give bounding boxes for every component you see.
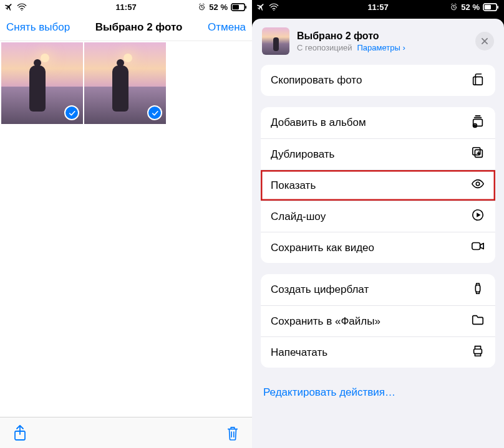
folder-icon <box>470 313 485 330</box>
action-group: Создать циферблатСохранить в «Файлы»Напе… <box>261 274 495 368</box>
wifi-icon <box>17 3 27 11</box>
action-label: Слайд-шоу <box>271 211 326 223</box>
alarm-icon <box>198 3 206 11</box>
action-label: Напечатать <box>271 346 327 359</box>
action-label: Скопировать фото <box>271 74 362 87</box>
play-circle-icon <box>470 208 485 225</box>
action-album-add[interactable]: Добавить в альбом <box>261 107 495 138</box>
navbar: Снять выбор Выбрано 2 фото Отмена <box>0 14 252 41</box>
cancel-button[interactable]: Отмена <box>208 21 246 34</box>
svg-rect-3 <box>233 4 239 9</box>
watch-icon <box>470 282 485 298</box>
action-eye[interactable]: Показать <box>261 169 495 201</box>
svg-point-0 <box>21 10 22 11</box>
action-duplicate[interactable]: Дублировать <box>261 138 495 169</box>
trash-button[interactable] <box>226 425 240 441</box>
airplane-icon <box>257 2 266 11</box>
selected-check-icon <box>64 105 79 120</box>
wifi-icon <box>269 3 279 11</box>
print-icon <box>470 344 485 361</box>
action-folder[interactable]: Сохранить в «Файлы» <box>261 305 495 336</box>
sheet-header: Выбрано 2 фото С геопозицией Параметры › <box>252 19 504 65</box>
deselect-button[interactable]: Снять выбор <box>6 21 70 34</box>
airplane-icon <box>5 2 14 11</box>
sheet-subtitle: С геопозицией <box>297 43 352 52</box>
selected-check-icon <box>147 105 162 120</box>
action-play-circle[interactable]: Слайд-шоу <box>261 201 495 232</box>
action-group: Добавить в альбомДублироватьПоказатьСлай… <box>261 107 495 263</box>
action-label: Сохранить в «Файлы» <box>271 315 380 328</box>
battery-icon <box>483 3 499 11</box>
sheet-options-link[interactable]: Параметры › <box>357 43 405 52</box>
photo-thumbnail[interactable] <box>1 42 83 124</box>
eye-icon <box>470 177 485 194</box>
battery-percent: 52 % <box>209 2 228 12</box>
action-label: Добавить в альбом <box>271 117 366 129</box>
action-copy[interactable]: Скопировать фото <box>261 65 495 96</box>
share-button[interactable] <box>12 424 27 442</box>
action-label: Показать <box>271 179 316 192</box>
sheet-title: Выбрано 2 фото <box>297 31 468 42</box>
alarm-icon <box>450 3 458 11</box>
page-title: Выбрано 2 фото <box>95 21 183 34</box>
action-print[interactable]: Напечатать <box>261 336 495 368</box>
battery-icon <box>231 3 247 11</box>
action-label: Дублировать <box>271 148 334 161</box>
action-watch[interactable]: Создать циферблат <box>261 274 495 305</box>
photo-grid[interactable] <box>0 41 252 417</box>
svg-rect-10 <box>497 6 498 9</box>
status-bar: 11:57 52 % <box>252 0 504 14</box>
photo-thumbnail[interactable] <box>84 42 166 124</box>
svg-rect-4 <box>245 6 246 9</box>
copy-icon <box>470 72 485 89</box>
svg-point-6 <box>273 10 274 11</box>
bottom-toolbar <box>0 417 252 448</box>
photos-selection-screen: 11:57 52 % Снять выбор Выбрано 2 фото От… <box>0 0 252 448</box>
status-bar: 11:57 52 % <box>0 0 252 14</box>
close-button[interactable] <box>475 32 494 50</box>
edit-actions-link[interactable]: Редактировать действия… <box>252 379 504 411</box>
action-video[interactable]: Сохранить как видео <box>261 232 495 263</box>
header-thumbnail <box>262 27 289 55</box>
share-sheet-screen: 11:57 52 % Выбрано 2 фото С геопозицией … <box>252 0 504 448</box>
duplicate-icon <box>470 146 485 163</box>
album-add-icon <box>470 115 485 131</box>
action-label: Сохранить как видео <box>271 242 374 254</box>
battery-percent: 52 % <box>461 2 480 12</box>
svg-rect-9 <box>485 4 491 9</box>
share-sheet: Выбрано 2 фото С геопозицией Параметры ›… <box>252 19 504 448</box>
video-icon <box>470 239 485 256</box>
action-group: Скопировать фото <box>261 65 495 96</box>
action-label: Создать циферблат <box>271 284 369 296</box>
